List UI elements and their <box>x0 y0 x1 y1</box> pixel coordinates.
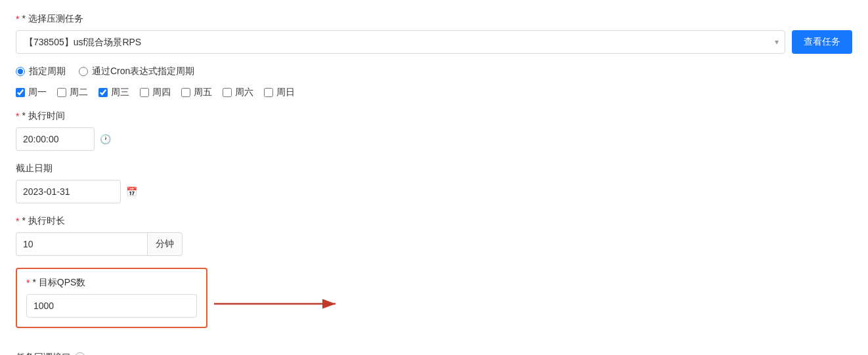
duration-label-text: * 执行时长 <box>22 215 64 227</box>
exec-time-section: * * 执行时间 🕐 <box>16 110 852 151</box>
weekday-friday[interactable]: 周五 <box>181 87 212 98</box>
checkbox-saturday[interactable] <box>223 88 232 97</box>
callback-label: 任务回调接口 ? <box>16 352 852 355</box>
end-date-label-text: 截止日期 <box>16 163 53 175</box>
callback-section: 任务回调接口 ? <box>16 352 852 355</box>
weekday-sunday-label: 周日 <box>276 87 295 98</box>
view-task-button[interactable]: 查看任务 <box>792 30 852 54</box>
calendar-icon: 📅 <box>126 186 137 197</box>
task-select-label: * * 选择压测任务 <box>16 13 852 25</box>
cron-radio-label: 通过Cron表达式指定周期 <box>92 66 194 77</box>
duration-section: * * 执行时长 分钟 <box>16 215 852 256</box>
weekday-monday-label: 周一 <box>28 87 47 98</box>
task-select-wrapper: 【738505】usf混合场景RPS ▾ <box>16 30 785 54</box>
qps-required-star: * <box>26 278 30 288</box>
checkbox-sunday[interactable] <box>264 88 273 97</box>
task-select-section: * * 选择压测任务 【738505】usf混合场景RPS ▾ 查看任务 <box>16 13 852 54</box>
checkbox-wednesday[interactable] <box>98 88 108 97</box>
checkbox-tuesday[interactable] <box>57 88 66 97</box>
exec-time-label-text: * 执行时间 <box>22 110 64 122</box>
exec-time-label: * * 执行时间 <box>16 110 852 122</box>
end-date-input[interactable] <box>16 180 121 203</box>
weekday-thursday[interactable]: 周四 <box>140 87 171 98</box>
checkbox-thursday[interactable] <box>140 88 149 97</box>
checkbox-friday[interactable] <box>181 88 190 97</box>
required-star: * <box>16 14 19 24</box>
duration-required-star: * <box>16 216 19 226</box>
weekday-wednesday[interactable]: 周三 <box>98 87 129 98</box>
time-clock-icon: 🕐 <box>100 134 111 144</box>
arrow-indicator <box>214 294 345 314</box>
weekday-tuesday-label: 周二 <box>70 87 88 98</box>
exec-time-row: 🕐 <box>16 127 852 151</box>
end-date-section: 截止日期 📅 <box>16 163 852 203</box>
qps-input[interactable] <box>26 294 197 318</box>
period-radio-item[interactable]: 指定周期 <box>16 66 66 77</box>
weekday-monday[interactable]: 周一 <box>16 87 47 98</box>
arrow-svg <box>214 294 345 314</box>
period-radio-input[interactable] <box>16 67 25 76</box>
task-select-label-text: * 选择压测任务 <box>22 13 83 25</box>
weekday-saturday-label: 周六 <box>235 87 253 98</box>
qps-arrow-row: * * 目标QPS数 <box>16 268 852 340</box>
cron-radio-input[interactable] <box>79 67 88 76</box>
duration-input[interactable] <box>16 232 147 256</box>
weekday-saturday[interactable]: 周六 <box>223 87 253 98</box>
qps-label: * * 目标QPS数 <box>26 277 197 289</box>
exec-time-input[interactable] <box>16 127 95 151</box>
task-select[interactable]: 【738505】usf混合场景RPS <box>16 30 785 54</box>
exec-time-required-star: * <box>16 111 19 121</box>
duration-row: 分钟 <box>16 232 852 256</box>
weekday-wednesday-label: 周三 <box>111 87 129 98</box>
weekday-checkbox-group: 周一 周二 周三 周四 周五 周六 周日 <box>16 87 852 98</box>
checkbox-monday[interactable] <box>16 88 25 97</box>
duration-unit: 分钟 <box>147 232 183 256</box>
weekday-thursday-label: 周四 <box>152 87 171 98</box>
task-select-row: 【738505】usf混合场景RPS ▾ 查看任务 <box>16 30 852 54</box>
weekday-sunday[interactable]: 周日 <box>264 87 295 98</box>
weekday-tuesday[interactable]: 周二 <box>57 87 88 98</box>
period-radio-label: 指定周期 <box>29 66 66 77</box>
help-icon[interactable]: ? <box>75 352 85 355</box>
cron-radio-item[interactable]: 通过Cron表达式指定周期 <box>79 66 194 77</box>
duration-label: * * 执行时长 <box>16 215 852 227</box>
end-date-label: 截止日期 <box>16 163 852 175</box>
end-date-row: 📅 <box>16 180 852 203</box>
callback-label-text: 任务回调接口 <box>16 352 71 355</box>
weekday-friday-label: 周五 <box>194 87 212 98</box>
period-radio-group: 指定周期 通过Cron表达式指定周期 <box>16 66 852 77</box>
qps-section: * * 目标QPS数 <box>16 268 207 328</box>
qps-label-text: * 目标QPS数 <box>32 277 85 289</box>
